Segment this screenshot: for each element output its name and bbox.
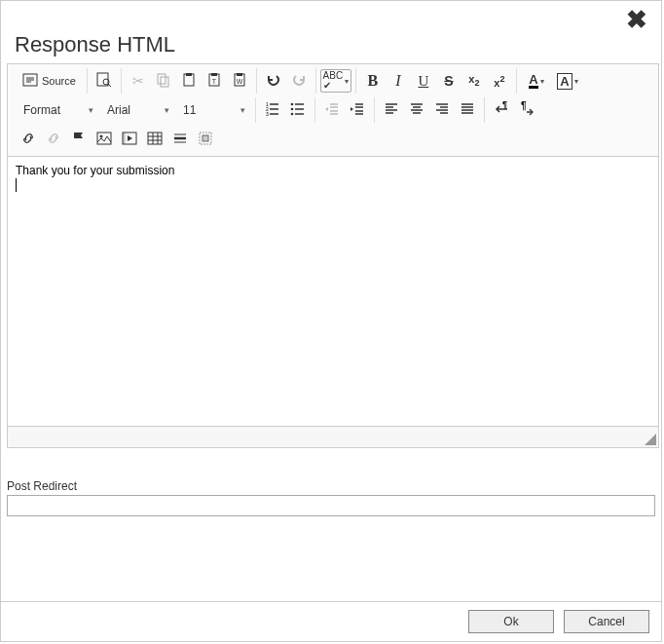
cancel-button-label: Cancel [588,615,624,628]
media-button[interactable] [117,128,142,151]
unordered-list-button[interactable] [285,98,311,122]
chevron-down-icon: ▾ [345,77,349,86]
svg-text:¶: ¶ [502,101,507,109]
ok-button[interactable]: Ok [468,610,554,633]
text-color-button[interactable]: A ▾ [521,69,552,93]
text-cursor [16,178,17,192]
svg-text:T: T [212,78,217,85]
align-right-button[interactable] [429,98,455,122]
source-icon [22,72,38,91]
chevron-down-icon: ▾ [89,105,93,115]
paste-icon [181,72,197,91]
hr-button[interactable] [167,128,193,151]
post-redirect-input[interactable] [7,495,655,516]
svg-rect-24 [123,133,126,144]
image-button[interactable] [92,128,117,151]
svg-rect-4 [161,77,168,87]
scissors-icon: ✂ [132,73,144,89]
subscript-button[interactable]: x2 [461,69,487,93]
unlink-icon [46,131,61,149]
font-combo-label: Arial [107,103,130,117]
preview-button[interactable] [92,69,117,93]
bold-button[interactable]: B [360,69,386,93]
format-combo-label: Format [23,103,60,117]
rtl-button[interactable]: ¶ [514,98,539,122]
unordered-list-icon [290,101,306,120]
redo-icon [291,72,307,91]
ok-button-label: Ok [503,615,518,628]
dialog-title: Response HTML [15,32,647,57]
ltr-button[interactable]: ¶ [489,98,514,122]
editor-content-area[interactable]: Thank you for your submission [8,157,658,426]
paste-word-icon: W [232,72,247,91]
svg-rect-27 [203,135,208,141]
resize-grip[interactable] [643,432,656,445]
svg-rect-3 [158,74,166,84]
toolbar-row-3 [12,127,654,156]
toolbar-row-1: Source ✂ [12,68,654,97]
ordered-list-button[interactable]: 123 [260,98,285,122]
indent-button[interactable] [345,98,370,122]
cancel-button[interactable]: Cancel [564,610,649,633]
table-button[interactable] [142,128,167,151]
paste-text-button[interactable]: T [202,69,227,93]
rtl-icon: ¶ [519,101,535,120]
svg-rect-8 [211,73,217,76]
copy-button[interactable] [151,69,176,93]
svg-point-17 [291,107,294,110]
select-all-icon [198,131,213,149]
close-button[interactable]: ✖ [626,7,647,32]
superscript-button[interactable]: x2 [487,69,512,93]
italic-button[interactable]: I [386,69,411,93]
svg-point-18 [291,112,294,115]
table-icon [147,131,163,149]
bg-color-icon: A [557,73,572,90]
ordered-list-icon: 123 [265,101,280,120]
paste-button[interactable] [176,69,202,93]
unlink-button[interactable] [41,128,66,151]
bg-color-button[interactable]: A ▾ [552,69,583,93]
undo-button[interactable] [261,69,286,93]
superscript-icon: x2 [494,74,504,89]
font-combo[interactable]: Arial ▾ [99,98,171,122]
align-left-button[interactable] [379,98,404,122]
magnifier-icon [96,72,112,91]
align-left-icon [384,101,399,120]
chevron-down-icon: ▾ [540,77,544,86]
editor-text: Thank you for your submission [16,163,650,178]
source-button[interactable]: Source [16,69,83,93]
italic-icon: I [395,72,400,90]
hr-icon [172,131,188,149]
select-all-button[interactable] [193,128,218,151]
post-redirect-block: Post Redirect [7,450,661,526]
align-justify-button[interactable] [455,98,480,122]
spellcheck-button[interactable]: ABC✔ ▾ [320,69,351,93]
strike-button[interactable]: S [436,69,461,93]
svg-text:W: W [237,78,243,85]
scroll-area[interactable]: Source ✂ [1,63,661,601]
align-center-icon [409,101,424,120]
media-icon [122,131,137,149]
editor-status-bar [8,426,658,447]
chevron-down-icon: ▾ [240,105,245,115]
svg-rect-25 [148,133,162,144]
paste-word-button[interactable]: W [227,69,252,93]
align-justify-icon [460,101,475,120]
chevron-down-icon: ▾ [165,105,169,115]
svg-rect-6 [186,73,192,76]
chevron-down-icon: ▾ [574,77,578,86]
source-label: Source [42,75,76,87]
align-center-button[interactable] [404,98,429,122]
size-combo[interactable]: 11 ▾ [175,98,247,122]
dialog-footer: Ok Cancel [1,601,661,641]
ltr-icon: ¶ [494,101,509,120]
svg-text:¶: ¶ [521,101,527,111]
svg-point-16 [291,102,294,105]
redo-button[interactable] [286,69,312,93]
cut-button[interactable]: ✂ [126,69,151,93]
link-button[interactable] [16,128,41,151]
anchor-button[interactable] [66,128,92,151]
format-combo[interactable]: Format ▾ [16,98,95,122]
underline-button[interactable]: U [411,69,436,93]
outdent-button[interactable] [319,98,345,122]
